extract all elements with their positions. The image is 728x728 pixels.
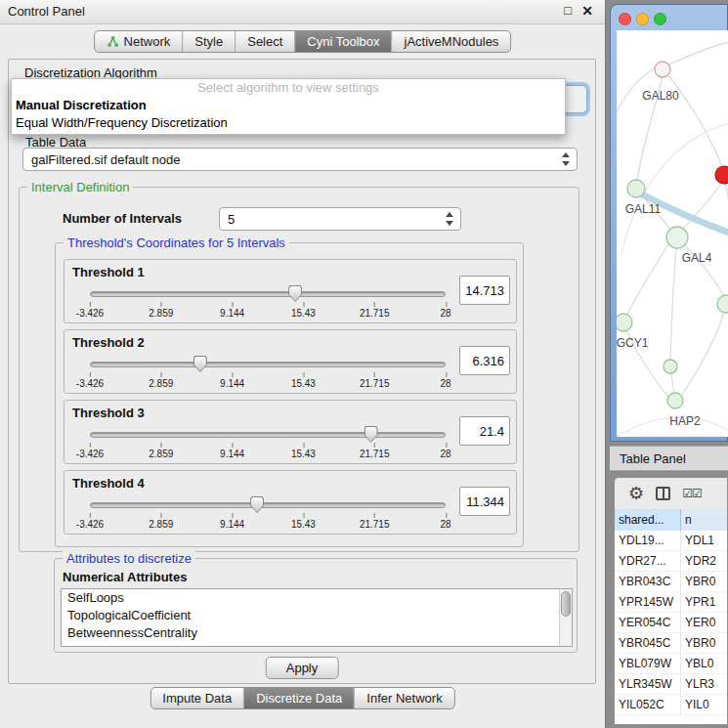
node-highlighted[interactable] — [715, 166, 728, 184]
column-header-shared-name[interactable]: shared... — [615, 509, 681, 531]
table-row[interactable]: YLR345WYLR3 — [615, 674, 727, 695]
slider-thumb[interactable] — [288, 285, 302, 302]
cell[interactable]: YBL0 — [681, 654, 727, 673]
cell[interactable]: YDR2 — [681, 551, 727, 571]
tick-label: -3.426 — [76, 449, 104, 459]
network-canvas[interactable]: GAL80 GAL11 GAL4 GCY1 HAP2 — [617, 30, 728, 437]
float-window-icon[interactable]: □ — [564, 3, 572, 18]
list-item-selfloops[interactable]: SelfLoops — [62, 589, 572, 607]
tab-jactivemnodules[interactable]: jActiveMNodules — [392, 31, 511, 52]
cell[interactable]: YIL0 — [681, 695, 727, 714]
table-row[interactable]: YBL079WYBL0 — [615, 654, 727, 674]
close-icon[interactable]: ✕ — [581, 3, 593, 19]
tick-label: 15.43 — [291, 519, 316, 530]
scrollbar-thumb[interactable] — [561, 591, 571, 617]
desktop: Control Panel □ ✕ Network Style Select C… — [0, 0, 728, 728]
table-row[interactable]: YDR27...YDR2 — [615, 551, 727, 572]
slider-thumb[interactable] — [193, 356, 207, 372]
column-header-name[interactable]: n — [681, 509, 727, 531]
cell[interactable]: YIL052C — [615, 695, 681, 714]
numerical-attributes-list: SelfLoops TopologicalCoefficient Between… — [61, 588, 573, 647]
list-item-topologicalcoefficient[interactable]: TopologicalCoefficient — [62, 607, 572, 624]
table-panel-window: ⚙ ☑☑ shared... n YDL19...YDL1 YDR27...YD… — [614, 477, 728, 725]
tab-discretize-data-label: Discretize Data — [256, 691, 342, 706]
cell[interactable]: YBL079W — [615, 654, 681, 673]
columns-icon[interactable] — [656, 487, 670, 500]
cell[interactable]: YLR345W — [615, 674, 681, 694]
list-scrollbar[interactable] — [559, 589, 572, 646]
table-data-combobox[interactable]: galFiltered.sif default node — [22, 148, 578, 171]
apply-button[interactable]: Apply — [266, 657, 339, 679]
cell[interactable]: YPR1 — [681, 592, 727, 612]
node-gal4[interactable] — [666, 227, 688, 248]
node-small[interactable] — [664, 360, 677, 373]
select-columns-icon[interactable]: ☑☑ — [682, 487, 702, 500]
dropdown-option-manual-discretization[interactable]: Manual Discretization — [12, 97, 565, 114]
slider-track[interactable] — [90, 432, 446, 438]
node-label-gcy1: GCY1 — [617, 336, 648, 350]
slider-thumb[interactable] — [364, 426, 378, 443]
threshold-1-slider[interactable] — [90, 291, 446, 297]
node-gcy1[interactable] — [617, 314, 632, 331]
cell[interactable]: YDR27... — [615, 551, 681, 571]
mac-close-icon[interactable] — [619, 13, 631, 25]
slider-track[interactable] — [90, 362, 446, 367]
node-right[interactable] — [717, 295, 728, 313]
table-row[interactable]: YIL052CYIL0 — [615, 695, 727, 715]
table-row[interactable]: YBR043CYBR0 — [615, 572, 727, 592]
node-gal80[interactable] — [655, 62, 670, 77]
threshold-2-slider[interactable] — [90, 362, 446, 367]
number-of-intervals-combobox[interactable]: 5 — [219, 207, 461, 231]
tab-cyni-toolbox[interactable]: Cyni Toolbox — [294, 31, 391, 52]
cell[interactable]: YER054C — [615, 613, 681, 632]
table-header-row: shared... n — [615, 509, 727, 531]
cell[interactable]: YBR043C — [615, 572, 681, 591]
attributes-group-title: Attributes to discretize — [63, 551, 195, 566]
node-label-gal4: GAL4 — [682, 251, 712, 265]
tick-label: 15.43 — [291, 378, 316, 389]
cell[interactable]: YLR3 — [681, 674, 727, 694]
dropdown-option-equal-width-frequency[interactable]: Equal Width/Frequency Discretization — [12, 114, 565, 132]
tab-infer-network[interactable]: Infer Network — [354, 688, 453, 708]
slider-thumb[interactable] — [250, 496, 264, 513]
cell[interactable]: YBR045C — [615, 633, 681, 653]
tab-discretize-data[interactable]: Discretize Data — [243, 688, 354, 708]
tab-impute-data[interactable]: Impute Data — [150, 688, 243, 708]
table-row[interactable]: YDL19...YDL1 — [615, 531, 727, 551]
threshold-2-value-field[interactable] — [459, 346, 510, 375]
slider-tick-labels: -3.4262.8599.14415.4321.71528 — [90, 301, 446, 321]
slider-track[interactable] — [90, 502, 446, 508]
cell[interactable]: YDL19... — [615, 531, 681, 550]
tick-label: -3.426 — [76, 378, 104, 389]
network-icon — [107, 35, 119, 48]
tab-style[interactable]: Style — [182, 31, 235, 52]
cell[interactable]: YBR0 — [681, 572, 727, 591]
mac-zoom-icon[interactable] — [654, 13, 666, 25]
table-row[interactable]: YER054CYER0 — [615, 613, 727, 633]
threshold-3-value-field[interactable] — [459, 416, 510, 446]
list-item-betweennesscentrality[interactable]: BetweennessCentrality — [62, 624, 572, 642]
cell[interactable]: YDL1 — [681, 531, 727, 550]
tab-network[interactable]: Network — [95, 31, 183, 52]
threshold-4-value-field[interactable] — [459, 487, 510, 516]
control-panel-titlebar: Control Panel □ ✕ — [0, 0, 605, 24]
control-panel-window: Control Panel □ ✕ Network Style Select C… — [0, 0, 606, 728]
slider-track[interactable] — [90, 291, 446, 297]
cell[interactable]: YBR0 — [681, 633, 727, 653]
table-row[interactable]: YPR145WYPR1 — [615, 592, 727, 613]
table-row[interactable]: YBR045CYBR0 — [615, 633, 727, 654]
threshold-3-slider[interactable] — [90, 432, 446, 438]
tab-select[interactable]: Select — [235, 31, 294, 52]
number-of-intervals-value: 5 — [228, 212, 235, 227]
node-gal11[interactable] — [627, 180, 645, 197]
node-hap2[interactable] — [667, 393, 683, 408]
tick-label: -3.426 — [76, 308, 104, 319]
mac-minimize-icon[interactable] — [636, 13, 649, 25]
cell[interactable]: YER0 — [681, 613, 727, 632]
cyni-toolbox-panel: Discretization Algorithm Select algorith… — [8, 59, 596, 684]
threshold-4-slider[interactable] — [90, 502, 446, 508]
cell[interactable]: YPR145W — [615, 592, 681, 612]
gear-icon[interactable]: ⚙ — [628, 485, 644, 502]
threshold-1-value-field[interactable] — [459, 276, 510, 305]
thresholds-group: Threshold's Coordinates for 5 Intervals … — [55, 242, 524, 547]
